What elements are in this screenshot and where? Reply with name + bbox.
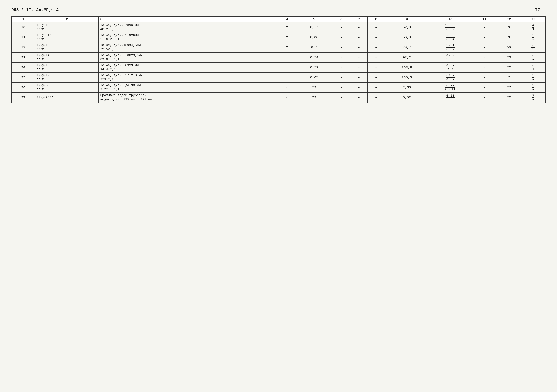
cell-row3-col6: –	[333, 52, 350, 62]
cell-row0-col1: I0	[11, 23, 35, 32]
cell-row5-col12: 7	[497, 72, 521, 82]
table-row: I0I2-у-I8 прим.То же, диам.278х6 мм 48 х…	[11, 23, 546, 32]
fraction-denom: 0,0II	[445, 88, 456, 91]
cell-row3-col12: I3	[497, 52, 521, 62]
fraction-col13-row7: 7 –	[532, 94, 534, 102]
fraction-numer: 0,72	[445, 84, 456, 88]
cell-row0-col4: т	[278, 23, 296, 32]
cell-row2-col5: 0,7	[296, 42, 333, 52]
cell-row1-col5: 0,06	[296, 32, 333, 42]
fraction-col13-row5: 3 –	[532, 74, 534, 81]
doc-id: 903-2-II. Ал.УП,ч.4	[11, 8, 59, 12]
fraction-numer: 9	[532, 84, 534, 88]
cell-row7-col2: I2-у-2022	[35, 93, 99, 103]
cell-row0-col8: –	[368, 23, 385, 32]
cell-row5-col7: –	[350, 72, 368, 82]
cell-row4-col12: I2	[497, 62, 521, 72]
fraction-denom: 3,38	[446, 58, 455, 62]
cell-row0-col3: То же, диам.278х6 мм 48 х I,I	[99, 23, 278, 32]
fraction-col10-row5: 64,2 4,82	[446, 74, 455, 81]
cell-row0-col5: 0,I7	[296, 23, 333, 32]
fraction-denom: 2	[531, 48, 535, 51]
fraction-denom: I	[532, 68, 534, 72]
table-row: III2-у- I7 прим.То же, диам. 2I9х6мм 5I,…	[11, 32, 546, 42]
cell-row5-col11: –	[472, 72, 497, 82]
page-num: - I7 -	[529, 8, 546, 13]
col-header-10: IO	[429, 16, 472, 23]
cell-row0-col9: 52,8	[385, 23, 428, 32]
cell-row1-col3: То же, диам. 2I9х6мм 5I,6 х I,I	[99, 32, 278, 42]
fraction-denom: 3,37	[446, 48, 455, 51]
col-header-2: 2	[35, 16, 99, 23]
fraction-numer: 49,7	[446, 64, 455, 68]
col-header-4: 4	[278, 16, 296, 23]
cell-row0-col2: I2-у-I8 прим.	[35, 23, 99, 32]
fraction-col10-row3: 42,9 3,38	[446, 54, 455, 62]
cell-row6-col5: I3	[296, 83, 333, 93]
cell-row7-col9: 0,52	[385, 93, 428, 103]
cell-row3-col4: т	[278, 52, 296, 62]
cell-row0-col11: –	[472, 23, 497, 32]
cell-row6-col2: I2-у-8 прим.	[35, 83, 99, 93]
fraction-col13-row4: 6 I	[532, 64, 534, 72]
cell-row2-col11: –	[472, 42, 497, 52]
cell-row2-col2: I2-у-I5 прим.	[35, 42, 99, 52]
fraction-denom: 1	[532, 28, 534, 31]
table-row: I7I2-у-2022Промывка водой трубопро- водо…	[11, 93, 546, 103]
cell-row2-col6: –	[333, 42, 350, 52]
fraction-col13-row6: 9 –	[532, 84, 534, 91]
col-header-13: I3	[521, 16, 546, 23]
cell-row2-col1: I2	[11, 42, 35, 52]
cell-row3-col7: –	[350, 52, 368, 62]
col-header-8: 8	[368, 16, 385, 23]
fraction-denom: –	[532, 38, 534, 41]
fraction-numer: 6	[532, 54, 534, 58]
cell-row4-col7: –	[350, 62, 368, 72]
cell-row7-col13: 7 –	[521, 93, 546, 103]
col-header-12: I2	[497, 16, 521, 23]
cell-row0-col7: –	[350, 23, 368, 32]
col-header-9: 9	[385, 16, 428, 23]
fraction-denom: –	[532, 58, 534, 62]
fraction-numer: 64,2	[446, 74, 455, 78]
cell-row3-col5: 0,I4	[296, 52, 333, 62]
cell-row2-col12: 56	[497, 42, 521, 52]
table-row: I4I2-у-I3 прим.То же, диам. 89х3 мм 94,4…	[11, 62, 546, 72]
fraction-numer: 23,65	[445, 24, 456, 28]
cell-row6-col8: –	[368, 83, 385, 93]
table-row: I5I2-у-I2 прим.То же, диам. 57 х 3 мм II…	[11, 72, 546, 82]
fraction-col13-row1: 2 –	[532, 33, 534, 41]
cell-row2-col3: То же, диам.I59х4,5мм 72,5хI,I	[99, 42, 278, 52]
cell-row4-col5: 0,I2	[296, 62, 333, 72]
cell-row7-col1: I7	[11, 93, 35, 103]
cell-row0-col12: 9	[497, 23, 521, 32]
cell-row6-col11: –	[472, 83, 497, 93]
cell-row7-col12: I2	[497, 93, 521, 103]
fraction-denom: 4,82	[446, 78, 455, 81]
table-row: I2I2-у-I5 прим.То же, диам.I59х4,5мм 72,…	[11, 42, 546, 52]
cell-row3-col13: 6 –	[521, 52, 546, 62]
fraction-numer: 7	[532, 94, 534, 98]
cell-row4-col4: т	[278, 62, 296, 72]
cell-row1-col12: 3	[497, 32, 521, 42]
cell-row5-col3: То же, диам. 57 х 3 мм II9хI,I	[99, 72, 278, 82]
cell-row3-col9: 9I,2	[385, 52, 428, 62]
cell-row6-col6: –	[333, 83, 350, 93]
table-row: I3I2-у-I4 прим.То же, диам. I08х3,5мм 82…	[11, 52, 546, 62]
cell-row4-col13: 6 I	[521, 62, 546, 72]
fraction-denom: –	[532, 88, 534, 91]
fraction-numer: 3	[532, 74, 534, 78]
cell-row3-col10: 42,9 3,38	[429, 52, 472, 62]
cell-row6-col9: I,33	[385, 83, 428, 93]
fraction-numer: 2	[532, 33, 534, 38]
cell-row5-col10: 64,2 4,82	[429, 72, 472, 82]
cell-row6-col1: I6	[11, 83, 35, 93]
col-header-6: 6	[333, 16, 350, 23]
cell-row7-col6: –	[333, 93, 350, 103]
cell-row2-col4: т	[278, 42, 296, 52]
cell-row6-col13: 9 –	[521, 83, 546, 93]
cell-row7-col3: Промывка водой трубопро- водов диам. 325…	[99, 93, 278, 103]
cell-row1-col8: –	[368, 32, 385, 42]
col-header-11: II	[472, 16, 497, 23]
cell-row1-col2: I2-у- I7 прим.	[35, 32, 99, 42]
